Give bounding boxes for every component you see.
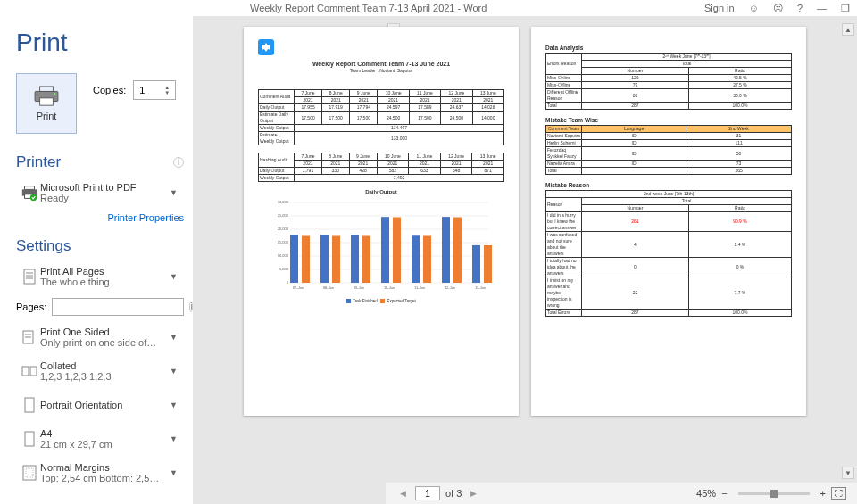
svg-text:12-Jun: 12-Jun bbox=[445, 285, 455, 290]
print-heading: Print bbox=[16, 29, 184, 57]
svg-text:5,000: 5,000 bbox=[279, 267, 289, 271]
print-settings-panel: Print Print Copies: 1 ▲▼ Printer i Micro… bbox=[0, 16, 193, 504]
sided-ic bbox=[19, 328, 40, 346]
print-preview-area: ▲ ▲ ▼ Weekly Report Comment Team 7-13 Ju… bbox=[193, 16, 857, 504]
port-ic bbox=[19, 396, 40, 414]
zoom-out-button[interactable]: − bbox=[721, 488, 727, 499]
chevron-down-icon: ▼ bbox=[166, 434, 181, 443]
restore-button[interactable]: ❐ bbox=[841, 3, 850, 14]
preview-page-1: Weekly Report Comment Team 7-13 June 202… bbox=[244, 27, 519, 416]
face-icon-1[interactable]: ☺ bbox=[749, 3, 759, 13]
svg-rect-36 bbox=[302, 236, 310, 284]
document-title: Weekly Report Comment Team 7-13 April 20… bbox=[250, 3, 487, 13]
zoom-slider[interactable] bbox=[738, 492, 810, 495]
svg-rect-54 bbox=[484, 245, 492, 283]
page-total-label: of 3 bbox=[445, 488, 462, 499]
svg-text:09-Jun: 09-Jun bbox=[354, 285, 364, 290]
setting-port-ic[interactable]: Portrait Orientation▼ bbox=[16, 389, 184, 421]
preview-footer: ◀ of 3 ▶ 45% − + ⛶ bbox=[386, 483, 857, 504]
setting-sided-ic[interactable]: Print One SidedOnly print on one side of… bbox=[16, 321, 184, 353]
printer-icon bbox=[33, 86, 60, 107]
svg-rect-41 bbox=[351, 235, 359, 283]
setting-a4-ic[interactable]: A421 cm x 29,7 cm▼ bbox=[16, 423, 184, 455]
copies-value: 1 bbox=[139, 85, 145, 95]
svg-text:10,000: 10,000 bbox=[278, 253, 289, 258]
a4-ic bbox=[19, 430, 40, 448]
chevron-down-icon: ▼ bbox=[166, 188, 181, 197]
svg-rect-48 bbox=[423, 236, 431, 284]
face-icon-2[interactable]: ☹ bbox=[773, 3, 783, 14]
svg-text:15,000: 15,000 bbox=[278, 240, 289, 244]
svg-rect-16 bbox=[30, 367, 37, 376]
svg-text:25,000: 25,000 bbox=[278, 213, 289, 218]
svg-rect-53 bbox=[472, 245, 480, 283]
marg-ic bbox=[19, 464, 40, 482]
info-icon[interactable]: i bbox=[173, 157, 184, 168]
settings-section-heading: Settings bbox=[16, 237, 184, 255]
prev-page-button[interactable]: ◀ bbox=[396, 489, 410, 498]
svg-rect-45 bbox=[393, 218, 401, 284]
chevron-down-icon[interactable]: ▼ bbox=[164, 90, 173, 95]
chevron-down-icon: ▼ bbox=[166, 468, 181, 477]
svg-rect-50 bbox=[442, 217, 450, 283]
svg-rect-51 bbox=[453, 218, 462, 284]
pages-input[interactable] bbox=[52, 298, 184, 316]
svg-rect-47 bbox=[412, 235, 420, 283]
svg-text:10-Jun: 10-Jun bbox=[384, 285, 395, 290]
svg-text:13-Jun: 13-Jun bbox=[475, 285, 486, 290]
help-icon[interactable]: ? bbox=[797, 3, 803, 13]
zoom-label: 45% bbox=[696, 488, 716, 499]
scroll-down-button[interactable]: ▼ bbox=[842, 467, 854, 479]
setting-coll-ic[interactable]: Collated1,2,3 1,2,3 1,2,3▼ bbox=[16, 355, 184, 387]
svg-text:0: 0 bbox=[287, 280, 289, 285]
svg-text:20,000: 20,000 bbox=[278, 227, 289, 231]
svg-rect-4 bbox=[25, 186, 35, 190]
setting-marg-ic[interactable]: Normal MarginsTop: 2,54 cm Bottom: 2,5…▼ bbox=[16, 457, 184, 489]
printer-dropdown[interactable]: Microsoft Print to PDFReady ▼ bbox=[16, 177, 184, 209]
pages-ic bbox=[19, 268, 40, 285]
svg-rect-2 bbox=[40, 98, 54, 105]
printer-status-icon bbox=[19, 184, 40, 202]
svg-point-3 bbox=[54, 93, 55, 95]
copies-stepper[interactable]: 1 ▲▼ bbox=[133, 80, 176, 100]
svg-text:30,000: 30,000 bbox=[278, 200, 289, 204]
pages-label: Pages: bbox=[16, 302, 46, 312]
logo-icon bbox=[258, 39, 274, 55]
svg-rect-39 bbox=[332, 236, 340, 284]
zoom-in-button[interactable]: + bbox=[820, 488, 826, 499]
svg-text:08-Jun: 08-Jun bbox=[323, 285, 334, 290]
chevron-down-icon: ▼ bbox=[166, 367, 181, 376]
printer-section-heading: Printer bbox=[16, 153, 184, 171]
svg-rect-18 bbox=[25, 432, 34, 446]
preview-page-2: Data AnalysisErrors Reason2ⁿᵈ Week June … bbox=[531, 27, 806, 416]
svg-rect-0 bbox=[40, 87, 54, 92]
print-button[interactable]: Print bbox=[16, 73, 77, 134]
next-page-button[interactable]: ▶ bbox=[467, 489, 480, 498]
printer-properties-link[interactable]: Printer Properties bbox=[16, 212, 184, 223]
svg-text:11-Jun: 11-Jun bbox=[414, 285, 425, 290]
current-page-input[interactable] bbox=[415, 486, 440, 500]
chevron-down-icon: ▼ bbox=[166, 333, 181, 342]
title-bar: Weekly Report Comment Team 7-13 April 20… bbox=[0, 0, 857, 16]
copies-label: Copies: bbox=[93, 85, 126, 95]
coll-ic bbox=[19, 362, 40, 380]
print-button-label: Print bbox=[37, 111, 57, 121]
svg-text:07-Jun: 07-Jun bbox=[293, 285, 304, 290]
svg-rect-17 bbox=[25, 398, 34, 412]
fit-page-button[interactable]: ⛶ bbox=[831, 487, 846, 500]
svg-rect-19 bbox=[23, 466, 36, 480]
scroll-up-button[interactable]: ▲ bbox=[842, 23, 854, 36]
svg-rect-42 bbox=[362, 236, 370, 284]
chevron-down-icon: ▼ bbox=[166, 272, 181, 281]
svg-rect-38 bbox=[320, 235, 329, 283]
setting-pages-ic[interactable]: Print All PagesThe whole thing▼ bbox=[16, 260, 184, 293]
svg-rect-35 bbox=[290, 235, 298, 283]
svg-rect-8 bbox=[24, 269, 35, 284]
svg-rect-15 bbox=[22, 367, 29, 376]
chevron-down-icon: ▼ bbox=[166, 401, 181, 409]
sign-in-link[interactable]: Sign in bbox=[704, 3, 735, 13]
minimize-button[interactable]: — bbox=[817, 3, 827, 13]
svg-rect-44 bbox=[381, 217, 389, 283]
